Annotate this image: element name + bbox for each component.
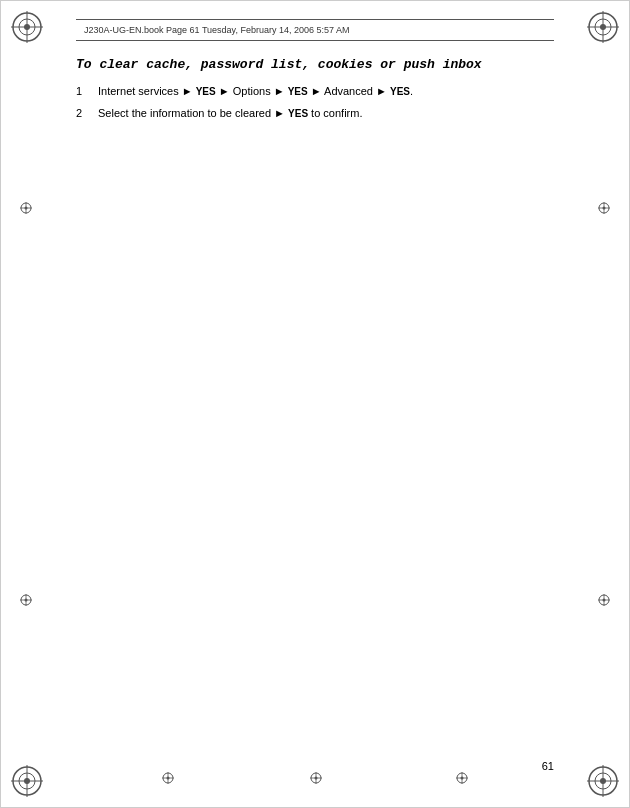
page-title: To clear cache, password list, cookies o… bbox=[76, 56, 554, 74]
reg-mark-bottom-right bbox=[585, 763, 621, 799]
step-list: 1 Internet services ► YES ► Options ► YE… bbox=[76, 84, 554, 121]
step-item-2: 2 Select the information to be cleared ►… bbox=[76, 106, 554, 121]
page-number: 61 bbox=[542, 760, 554, 772]
side-mark-right-lower bbox=[597, 593, 611, 607]
step-number-2: 2 bbox=[76, 106, 98, 121]
step-content-1: Internet services ► YES ► Options ► YES … bbox=[98, 84, 554, 99]
side-mark-bottom-right-center bbox=[455, 771, 469, 785]
step-content-2: Select the information to be cleared ► Y… bbox=[98, 106, 554, 121]
reg-mark-top-right bbox=[585, 9, 621, 45]
step-number-1: 1 bbox=[76, 84, 98, 99]
reg-mark-bottom-left bbox=[9, 763, 45, 799]
header-bar: J230A-UG-EN.book Page 61 Tuesday, Februa… bbox=[76, 19, 554, 41]
side-mark-bottom-center bbox=[309, 771, 323, 785]
page-container: J230A-UG-EN.book Page 61 Tuesday, Februa… bbox=[0, 0, 630, 808]
side-mark-bottom-left-center bbox=[161, 771, 175, 785]
content-area: To clear cache, password list, cookies o… bbox=[76, 56, 554, 752]
header-text: J230A-UG-EN.book Page 61 Tuesday, Februa… bbox=[84, 25, 350, 35]
side-mark-left-upper bbox=[19, 201, 33, 215]
step-item-1: 1 Internet services ► YES ► Options ► YE… bbox=[76, 84, 554, 99]
side-mark-left-lower bbox=[19, 593, 33, 607]
side-mark-right-upper bbox=[597, 201, 611, 215]
reg-mark-top-left bbox=[9, 9, 45, 45]
